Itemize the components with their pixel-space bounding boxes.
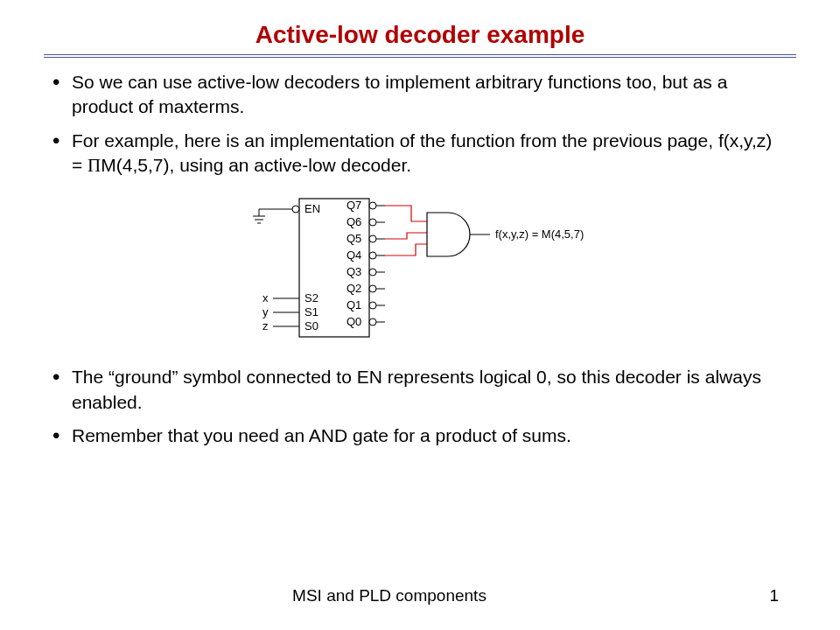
svg-point-0 bbox=[369, 202, 376, 209]
svg-point-14 bbox=[369, 318, 376, 326]
en-bubble bbox=[292, 206, 299, 213]
q3-label: Q3 bbox=[346, 265, 361, 278]
slide: Active-low decoder example So we can use… bbox=[0, 0, 840, 630]
q1-label: Q1 bbox=[346, 298, 361, 312]
bullet-list-2: The “ground” symbol connected to EN repr… bbox=[44, 365, 796, 448]
title-rule bbox=[44, 54, 796, 58]
bullet-list: So we can use active-low decoders to imp… bbox=[44, 70, 796, 178]
bullet-3: The “ground” symbol connected to EN repr… bbox=[68, 365, 788, 415]
decoder-diagram: EN x y z S2 S1 S0 Q7 Q6 Q5 Q4 Q3 Q2 Q1 Q… bbox=[219, 186, 621, 353]
s2-label: S2 bbox=[304, 291, 318, 304]
output-stubs bbox=[369, 202, 385, 326]
s1-label: S1 bbox=[304, 305, 318, 318]
s0-label: S0 bbox=[304, 319, 318, 332]
and-gate bbox=[427, 213, 470, 256]
footer-text: MSI and PLD components bbox=[0, 586, 779, 606]
pi-symbol: Π bbox=[88, 155, 101, 176]
q5-label: Q5 bbox=[346, 232, 361, 245]
svg-point-2 bbox=[369, 219, 376, 226]
svg-point-8 bbox=[369, 269, 376, 276]
q7-label: Q7 bbox=[346, 199, 361, 212]
bullet-2-text-post: M(4,5,7), using an active-low decoder. bbox=[101, 155, 411, 175]
diagram-container: EN x y z S2 S1 S0 Q7 Q6 Q5 Q4 Q3 Q2 Q1 Q… bbox=[44, 186, 796, 353]
en-label: EN bbox=[304, 202, 320, 215]
svg-point-10 bbox=[369, 285, 376, 292]
svg-point-12 bbox=[369, 302, 376, 309]
fn-label: f(x,y,z) = M(4,5,7) bbox=[495, 228, 584, 241]
bullet-1: So we can use active-low decoders to imp… bbox=[68, 70, 788, 120]
page-number: 1 bbox=[769, 586, 779, 606]
slide-title: Active-low decoder example bbox=[44, 21, 796, 49]
q2-label: Q2 bbox=[346, 282, 361, 295]
q4-label: Q4 bbox=[346, 248, 361, 262]
input-x: x bbox=[262, 291, 269, 304]
q0-label: Q0 bbox=[346, 315, 361, 328]
red-wires bbox=[385, 206, 427, 256]
bullet-2: For example, here is an implementation o… bbox=[68, 129, 788, 178]
svg-point-4 bbox=[369, 235, 376, 242]
input-z: z bbox=[262, 319, 269, 332]
q6-label: Q6 bbox=[346, 215, 361, 228]
svg-point-6 bbox=[369, 252, 376, 259]
input-y: y bbox=[262, 305, 269, 318]
bullet-4: Remember that you need an AND gate for a… bbox=[68, 424, 788, 448]
